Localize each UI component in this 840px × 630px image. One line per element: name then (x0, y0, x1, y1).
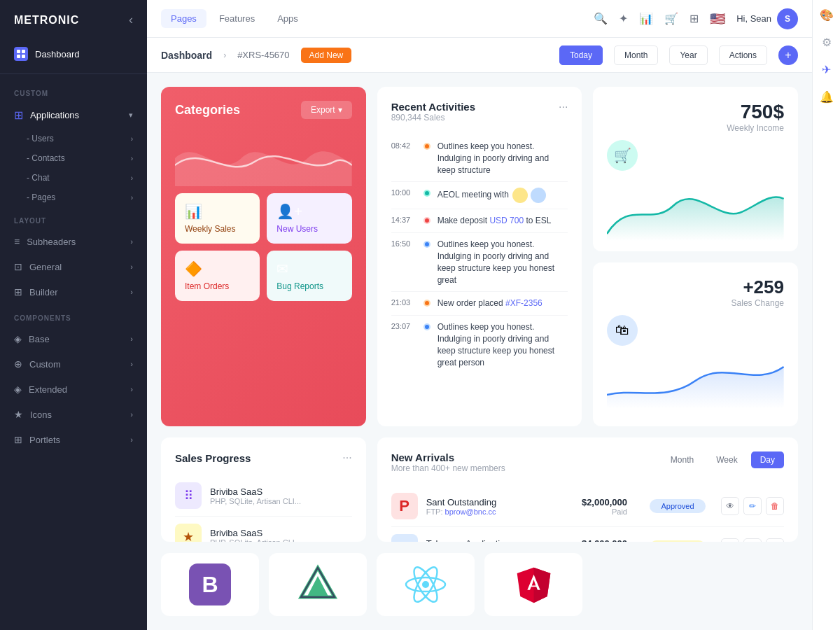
activity-time-4: 16:50 (391, 239, 416, 248)
subheader-plus-button[interactable]: + (778, 46, 798, 65)
activities-menu-dots[interactable]: ··· (559, 101, 568, 113)
sidebar: METRONIC ‹ Dashboard CUSTOM ⊞ Applicatio… (0, 0, 147, 630)
cat-label-bugs: Bug Reports (276, 281, 323, 291)
pages-arrow: › (131, 194, 133, 202)
cat-item-new-users[interactable]: 👤+ New Users (267, 193, 351, 244)
topnav-tab-pages[interactable]: Pages (161, 9, 206, 28)
na-row-2: ✈ Telegram Application FTP: bprow@bnc.cc… (391, 527, 784, 542)
na-view-btn-2[interactable]: 👁 (721, 538, 739, 542)
sidebar-item-subheaders[interactable]: ≡Subheaders › (0, 229, 147, 254)
na-edit-btn-1[interactable]: ✏ (743, 497, 762, 515)
user-avatar: S (777, 8, 798, 29)
sidebar-item-icons[interactable]: ★Icons › (0, 402, 147, 427)
sp-icon-2: ★ (183, 529, 194, 542)
sidebar-sub-users[interactable]: - Users › (0, 129, 147, 148)
sidebar-item-general[interactable]: ⊡General › (0, 254, 147, 279)
activity-text-2: AEOL meeting with (438, 188, 548, 203)
topnav-tab-features[interactable]: Features (209, 9, 265, 28)
topnav-tab-apps[interactable]: Apps (267, 9, 308, 28)
year-button[interactable]: Year (669, 46, 707, 65)
sidebar-sub-pages[interactable]: - Pages › (0, 188, 147, 207)
sc-amount: +259 (607, 276, 784, 298)
tech-logos-row: B (161, 553, 798, 616)
sidebar-item-extended[interactable]: ◈Extended › (0, 377, 147, 402)
sales-progress-card: Sales Progress ··· ⠿ Briviba SaaS PHP, S… (161, 438, 366, 542)
income-amount: 750$ (607, 101, 784, 123)
sp-item-2: ★ Briviba SaaS PHP, SQLite, Artisan CLI.… (175, 517, 352, 542)
orders-icon: 🔶 (185, 260, 202, 277)
sidebar-section-layout: LAYOUT (0, 207, 147, 229)
actions-button[interactable]: Actions (719, 46, 767, 65)
sc-chart (607, 353, 784, 409)
sp-item-1: ⠿ Briviba SaaS PHP, SQLite, Artisan CLI.… (175, 475, 352, 517)
month-button[interactable]: Month (614, 46, 658, 65)
na-view-btn-1[interactable]: 👁 (721, 497, 739, 515)
sp-name-2: Briviba SaaS (210, 528, 352, 538)
breadcrumb-id: #XRS-45670 (237, 50, 289, 60)
categories-header: Categories Export ▾ (175, 101, 352, 119)
topnav-icons: 🔍 ✦ 📊 🛒 ⊞ 🇺🇸 Hi, Sean S (594, 8, 798, 29)
cat-item-item-orders[interactable]: 🔶 Item Orders (175, 251, 260, 301)
sp-desc-1: PHP, SQLite, Artisan CLI... (210, 497, 352, 505)
today-button[interactable]: Today (559, 46, 603, 65)
income-icon: 🛒 (607, 140, 638, 171)
na-tab-month[interactable]: Month (662, 451, 703, 468)
export-button[interactable]: Export ▾ (301, 101, 352, 119)
na-edit-btn-2[interactable]: ✏ (743, 538, 762, 542)
add-new-button[interactable]: Add New (301, 48, 352, 63)
cat-label-weekly: Weekly Sales (185, 224, 235, 234)
rs-bell-icon[interactable]: 🔔 (820, 90, 834, 104)
dashboard-icon (14, 47, 28, 61)
sp-menu-dots[interactable]: ··· (342, 451, 351, 464)
activity-item-5: 21:03 New order placed #XF-2356 (391, 292, 568, 316)
subheaders-label: Subheaders (27, 237, 76, 247)
activity-dot-5 (424, 300, 430, 307)
svg-rect-0 (17, 50, 20, 53)
sidebar-item-portlets[interactable]: ⊞Portlets › (0, 427, 147, 452)
sidebar-item-base[interactable]: ◈Base › (0, 326, 147, 351)
share-icon[interactable]: ✦ (619, 12, 628, 25)
cat-label-users: New Users (276, 224, 318, 234)
rs-palette-icon[interactable]: 🎨 (820, 8, 834, 22)
na-tab-week[interactable]: Week (707, 451, 746, 468)
na-name-2: Telegram Application (426, 538, 573, 542)
sidebar-item-custom[interactable]: ⊕Custom › (0, 351, 147, 377)
na-badge-1: Approved (650, 499, 706, 513)
cat-label-orders: Item Orders (185, 281, 229, 291)
na-delete-btn-1[interactable]: 🗑 (766, 497, 784, 515)
activity-time-6: 23:07 (391, 322, 416, 330)
rs-send-icon[interactable]: ✈ (822, 63, 831, 76)
portlets-label: Portlets (29, 435, 60, 445)
cart-icon[interactable]: 🛒 (664, 12, 678, 25)
na-delete-btn-2[interactable]: 🗑 (766, 538, 784, 542)
breadcrumb-title: Dashboard (161, 50, 212, 61)
user-greeting: Hi, Sean (736, 13, 771, 24)
na-tab-day[interactable]: Day (751, 451, 784, 468)
na-subtitle: More than 400+ new members (391, 463, 505, 473)
sidebar-sub-contacts[interactable]: - Contacts › (0, 148, 147, 168)
na-row-1: P Sant Outstanding FTP: bprow@bnc.cc $2,… (391, 486, 784, 527)
grid-icon[interactable]: ⊞ (690, 12, 699, 25)
sidebar-sub-chat[interactable]: - Chat › (0, 168, 147, 188)
chart-icon[interactable]: 📊 (639, 12, 653, 25)
activity-text-5: New order placed #XF-2356 (438, 298, 542, 309)
cat-item-weekly-sales[interactable]: 📊 Weekly Sales (175, 193, 260, 244)
sidebar-item-dashboard[interactable]: Dashboard (0, 40, 147, 68)
builder-label: Builder (29, 287, 57, 298)
cat-item-bug-reports[interactable]: ✉ Bug Reports (267, 251, 351, 301)
topnav-user[interactable]: Hi, Sean S (736, 8, 798, 29)
sp-info-1: Briviba SaaS PHP, SQLite, Artisan CLI... (210, 486, 352, 505)
sidebar-collapse-button[interactable]: ‹ (129, 13, 133, 27)
activity-dot-1 (424, 143, 430, 150)
tech-logo-angular (484, 553, 582, 616)
sc-label: Sales Change (607, 298, 784, 308)
search-icon[interactable]: 🔍 (594, 12, 608, 25)
sidebar-item-applications[interactable]: ⊞ Applications ▾ (0, 102, 147, 129)
na-icon-2: ✈ (391, 534, 418, 542)
sidebar-item-builder[interactable]: ⊞Builder › (0, 279, 147, 304)
main-area: Pages Features Apps 🔍 ✦ 📊 🛒 ⊞ 🇺🇸 Hi, Sea… (147, 0, 812, 630)
user-plus-icon: 👤+ (276, 203, 302, 220)
activity-item-3: 14:37 Make deposit USD 700 to ESL (391, 209, 568, 233)
na-tabs: Month Week Day (662, 451, 784, 468)
rs-settings-icon[interactable]: ⚙ (822, 36, 832, 49)
